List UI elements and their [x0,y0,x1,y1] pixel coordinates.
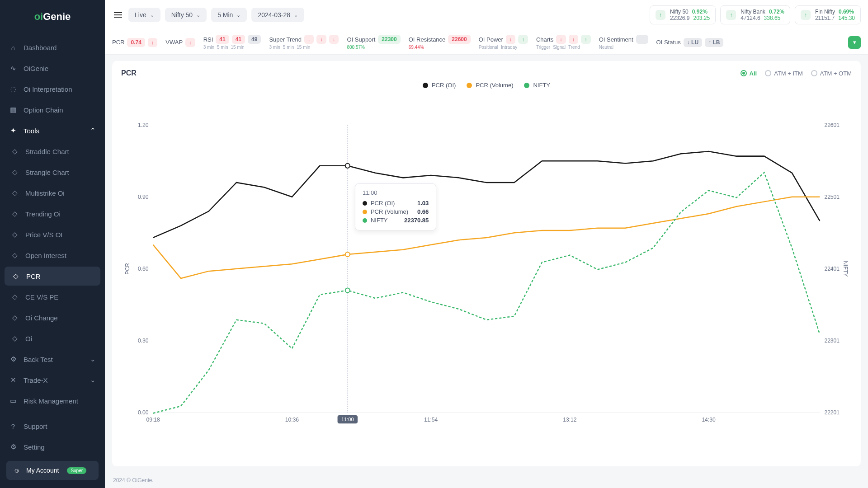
gear-icon: ⚙ [9,443,17,451]
chart-tooltip: 11:00 PCR (OI)1.03 PCR (Volume)0.66 NIFT… [355,183,436,230]
ind-oipower: OI Power↓↑PositionalIntraday [479,35,528,50]
nav-interpretation[interactable]: ◌Oi Interpretation [0,79,105,99]
ind-charts: Charts↓↓↑TriggerSignalTrend [536,35,591,50]
filter-atm-itm[interactable]: ATM + ITM [765,70,803,77]
nav-risk[interactable]: ▭Risk Management [0,390,105,411]
ind-oisentiment: OI Sentiment—Neutral [599,35,648,50]
chevron-down-icon: ⌄ [150,12,154,18]
ticker-nifty-50[interactable]: ↑Nifty 500.92%22326.9203.25 [650,5,716,24]
svg-point-23 [345,288,350,293]
ind-oisupport: OI Support22300800.57% [347,35,400,50]
nav-tools[interactable]: ✦Tools⌃ [0,120,105,141]
arrow-up-icon: ↑ [518,35,528,44]
help-icon: ? [9,422,17,430]
main: Live⌄ Nifty 50⌄ 5 Min⌄ 2024-03-28⌄ ↑Nift… [105,0,868,488]
item-icon: ◇ [11,334,19,343]
chart-title: PCR [121,69,137,77]
bottom-nav: ?Support ⚙Setting ☺My AccountSuper [0,416,105,488]
legend-pcr-volume[interactable]: PCR (Volume) [467,82,513,89]
nav-tradex[interactable]: ✕Trade-X⌄ [0,370,105,390]
svg-text:09:18: 09:18 [146,417,160,423]
svg-text:22301: 22301 [824,338,840,344]
arrow-down-icon: ↓ [185,38,195,47]
svg-point-21 [345,164,350,168]
nav-oigenie[interactable]: ∿OiGenie [0,58,105,79]
legend-pcr-oi[interactable]: PCR (OI) [423,82,456,89]
filter-button[interactable]: ▾ [848,36,861,49]
pcr-value: 0.74 [127,38,145,47]
svg-text:1.20: 1.20 [138,122,149,128]
bulb-icon: ◌ [9,85,17,93]
svg-text:PCR: PCR [124,263,131,275]
footer: 2024 © OiGenie. [105,473,868,488]
nav-tools-oi[interactable]: ◇Oi [0,328,105,349]
nav-support[interactable]: ?Support [0,416,105,436]
ind-vwap: VWAP↓ [165,38,195,47]
date-dropdown[interactable]: 2024-03-28⌄ [251,8,304,22]
ind-oistatus: OI Status↓ LU↑ LB [656,38,724,47]
nav-setting[interactable]: ⚙Setting [0,436,105,457]
arrow-down-icon: ↓ [316,35,326,44]
nav-tools-ce-v-s-pe[interactable]: ◇CE V/S PE [0,286,105,307]
radio-icon [811,70,817,76]
nav-tools-pcr[interactable]: ◇PCR [5,267,100,286]
grid-icon: ▦ [9,106,17,114]
dot-icon [363,218,367,223]
sidebar: oiGenie ⌂Dashboard ∿OiGenie ◌Oi Interpre… [0,0,105,488]
ind-supertrend: Super Trend↓↓↓3 min5 min15 min [269,35,339,50]
nav-optionchain[interactable]: ▦Option Chain [0,99,105,120]
symbol-dropdown[interactable]: Nifty 50⌄ [165,8,207,22]
nav-backtest[interactable]: ⚙Back Test⌄ [0,349,105,370]
logo-genie: Genie [43,11,71,22]
radio-icon [765,70,771,76]
nav-tools-oi-change[interactable]: ◇Oi Change [0,307,105,328]
arrow-down-icon: ↓ [329,35,339,44]
nav-tools-multistrike-oi[interactable]: ◇Multistrike Oi [0,183,105,203]
shield-icon: ▭ [9,397,17,405]
interval-dropdown[interactable]: 5 Min⌄ [211,8,247,22]
svg-text:13:12: 13:12 [563,417,577,423]
dot-icon [363,210,367,214]
tooltip-time: 11:00 [363,189,429,196]
nav-dashboard[interactable]: ⌂Dashboard [0,37,105,58]
nav-tools-trending-oi[interactable]: ◇Trending Oi [0,203,105,224]
gear-icon: ⚙ [9,355,17,363]
ind-pcr: PCR0.74↓ [112,38,157,47]
logo-oi: oi [34,11,43,22]
logo: oiGenie [0,0,105,33]
chart-filters: All ATM + ITM ATM + OTM [741,70,852,77]
item-icon: ◇ [11,189,19,197]
chevron-down-icon: ⌄ [294,12,298,18]
filter-atm-otm[interactable]: ATM + OTM [811,70,852,77]
svg-text:10:36: 10:36 [285,417,299,423]
live-dropdown[interactable]: Live⌄ [128,8,160,22]
chart-legend: PCR (OI) PCR (Volume) NIFTY [121,82,852,89]
ind-rsi: RSI4141493 min5 min15 min [203,35,261,50]
item-icon: ◇ [11,168,19,176]
nav-tools-strangle-chart[interactable]: ◇Strangle Chart [0,162,105,183]
svg-text:22401: 22401 [824,266,840,272]
nav: ⌂Dashboard ∿OiGenie ◌Oi Interpretation ▦… [0,33,105,416]
nav-tools-open-interest[interactable]: ◇Open Interest [0,245,105,266]
chart-area[interactable]: 0.000.300.600.901.2022201223012240122501… [121,93,852,458]
arrow-up-icon: ↑ [656,10,665,20]
item-icon: ◇ [11,314,19,322]
nav-tools-price-v-s-oi[interactable]: ◇Price V/S OI [0,224,105,245]
chevron-up-icon: ⌃ [90,127,96,135]
nav-tools-straddle-chart[interactable]: ◇Straddle Chart [0,141,105,162]
dot-icon [467,83,472,88]
legend-nifty[interactable]: NIFTY [524,82,550,89]
svg-point-22 [345,252,350,257]
menu-toggle[interactable] [112,13,124,17]
indicators-bar: PCR0.74↓ VWAP↓ RSI4141493 min5 min15 min… [105,30,868,55]
item-icon: ◇ [11,230,19,239]
chart-panel: PCR All ATM + ITM ATM + OTM PCR (OI) PCR… [112,61,861,466]
arrow-up-icon: ↑ [726,10,736,20]
nav-account[interactable]: ☺My AccountSuper [6,461,99,480]
ticker-nifty-bank[interactable]: ↑Nifty Bank0.72%47124.6338.65 [720,5,790,24]
item-icon: ◇ [11,210,19,218]
svg-text:22601: 22601 [824,122,840,128]
ticker-fin-nifty[interactable]: ↑Fin Nifty0.69%21151.7145.30 [795,5,861,24]
arrow-down-icon: ↓ [506,35,516,44]
filter-all[interactable]: All [741,70,757,77]
